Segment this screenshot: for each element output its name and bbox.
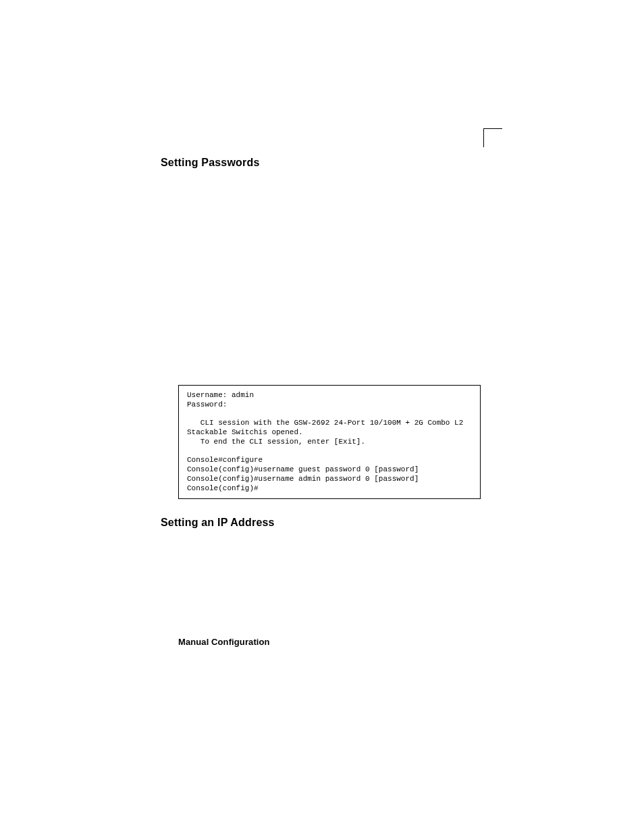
heading-setting-passwords: Setting Passwords — [161, 157, 485, 169]
cli-code-block: Username: admin Password: CLI session wi… — [178, 385, 481, 499]
heading-setting-ip-address: Setting an IP Address — [161, 517, 485, 529]
page-content: Setting Passwords Username: admin Passwo… — [161, 157, 485, 647]
heading-manual-configuration: Manual Configuration — [178, 637, 485, 647]
crop-mark-icon — [483, 128, 502, 147]
